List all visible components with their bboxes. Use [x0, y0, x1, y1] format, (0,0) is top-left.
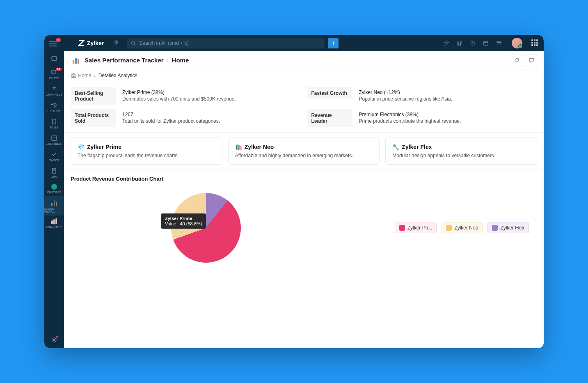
- search-bar[interactable]: [127, 38, 324, 48]
- stat-label: Fastest Growth: [307, 87, 352, 99]
- svg-rect-3: [484, 41, 488, 46]
- product-card[interactable]: 🔧Zylker Flex Modular design appeals to v…: [385, 138, 537, 165]
- main-content: Sales Performance Tracker › Home 🏠 Home …: [64, 51, 544, 348]
- sidebar-item-org[interactable]: ORG: [44, 164, 64, 181]
- stat-value: Premium Electronics (38%) Prime products…: [359, 109, 538, 127]
- brand[interactable]: Zylker: [78, 40, 104, 46]
- search-icon: [131, 41, 136, 46]
- svg-rect-19: [75, 58, 77, 64]
- app-window: 1 Zylker + @: [44, 35, 544, 348]
- sidebar-item-sales-perf[interactable]: SALES PERF...: [44, 196, 64, 216]
- star-icon[interactable]: [444, 40, 449, 46]
- breadcrumb-home[interactable]: Home: [78, 73, 91, 78]
- chatgpt-icon: [51, 184, 57, 190]
- notification-badge: 1: [56, 38, 61, 42]
- add-button[interactable]: +: [328, 38, 339, 48]
- svg-point-17: [53, 339, 55, 341]
- svg-rect-18: [73, 60, 74, 64]
- page-title: Sales Performance Tracker: [85, 57, 164, 64]
- stat-label: Best-Selling Product: [71, 87, 116, 105]
- sidebar-item-overview[interactable]: [44, 52, 64, 66]
- svg-rect-9: [52, 136, 57, 140]
- page-header: Sales Performance Tracker › Home: [64, 51, 544, 69]
- sidebar: 14 CHATS # CHANNELS HISTORY FILES CALEND…: [44, 51, 64, 348]
- stats-grid: Best-Selling Product Zylker Prime (38%) …: [64, 82, 544, 133]
- sidebar-item-tasks[interactable]: TASKS: [44, 148, 64, 164]
- product-card[interactable]: 🛍️Zylker Neo Affordable and highly deman…: [228, 138, 380, 165]
- chart-section: Product Revenue Contribution Chart Zylke…: [64, 170, 544, 348]
- stat-value: Zylker Prime (38%) Dominates sales with …: [122, 87, 301, 105]
- svg-text:#: #: [53, 85, 56, 92]
- chart-tooltip: Zylker Prime Value : 40 (58.8%): [161, 213, 206, 229]
- chart-title: Product Revenue Contribution Chart: [71, 176, 537, 182]
- top-icons: @: [444, 40, 502, 46]
- page-icon: [71, 55, 81, 66]
- hamburger-menu[interactable]: 1: [49, 40, 57, 46]
- svg-rect-16: [56, 218, 57, 224]
- product-card[interactable]: 💎Zylker Prime The flagship product leads…: [71, 138, 222, 165]
- avatar[interactable]: [512, 38, 522, 48]
- svg-rect-7: [52, 57, 57, 60]
- svg-rect-20: [78, 59, 79, 64]
- calendar-icon[interactable]: [483, 40, 489, 46]
- legend-swatch: [399, 225, 405, 231]
- sidebar-item-analytics[interactable]: ANALYTICS: [44, 216, 64, 231]
- legend-item[interactable]: Zylker Flex: [487, 222, 529, 233]
- svg-rect-6: [497, 42, 501, 45]
- breadcrumb: 🏠 Home › Detailed Analytics: [64, 69, 544, 82]
- archive-icon[interactable]: [496, 40, 502, 46]
- sound-icon[interactable]: [113, 39, 119, 47]
- stat-label: Total Products Sold: [71, 109, 116, 127]
- product-cards: 💎Zylker Prime The flagship product leads…: [64, 133, 544, 170]
- sidebar-item-chats[interactable]: 14 CHATS: [44, 66, 64, 82]
- bars-icon: [51, 200, 57, 206]
- sidebar-item-calendar[interactable]: CALENDAR: [44, 131, 64, 148]
- chevron-icon: ›: [167, 57, 169, 63]
- breadcrumb-current: Detailed Analytics: [98, 73, 137, 78]
- analytics-icon: [51, 219, 57, 225]
- sidebar-item-history[interactable]: HISTORY: [44, 99, 64, 115]
- svg-rect-15: [53, 220, 55, 224]
- page-subtitle: Home: [172, 57, 189, 64]
- refresh-button[interactable]: [511, 55, 522, 66]
- legend-swatch: [492, 225, 498, 231]
- brand-icon: [78, 40, 85, 46]
- legend-item[interactable]: Zylker Neo: [442, 222, 483, 233]
- svg-point-0: [132, 41, 135, 45]
- svg-rect-14: [51, 221, 53, 224]
- mention-icon[interactable]: @: [457, 40, 462, 46]
- stat-label: Revenue Leader: [307, 109, 352, 127]
- sidebar-item-files[interactable]: FILES: [44, 115, 64, 131]
- stat-value: Zylker Neo (+12%) Popular in price-sensi…: [359, 87, 538, 105]
- apps-grid-icon[interactable]: [531, 39, 539, 47]
- pie-chart[interactable]: Zylker Prime Value : 40 (58.8%): [144, 187, 268, 269]
- legend-item[interactable]: Zylker Pri...: [395, 222, 437, 233]
- brand-text: Zylker: [87, 40, 104, 46]
- sidebar-item-channels[interactable]: # CHANNELS: [44, 82, 64, 99]
- sidebar-item-chatgpt[interactable]: CHATGPT: [44, 181, 64, 196]
- settings-icon[interactable]: [44, 332, 64, 348]
- search-input[interactable]: [139, 40, 320, 46]
- svg-line-1: [135, 44, 136, 45]
- comment-button[interactable]: [526, 55, 537, 66]
- reminder-icon[interactable]: [470, 40, 476, 46]
- chart-legend: Zylker Pri... Zylker Neo Zylker Flex: [395, 222, 529, 233]
- legend-swatch: [446, 225, 452, 231]
- topbar: 1 Zylker + @: [44, 35, 544, 51]
- stat-value: 1267 Total units sold for Zylker product…: [122, 109, 301, 127]
